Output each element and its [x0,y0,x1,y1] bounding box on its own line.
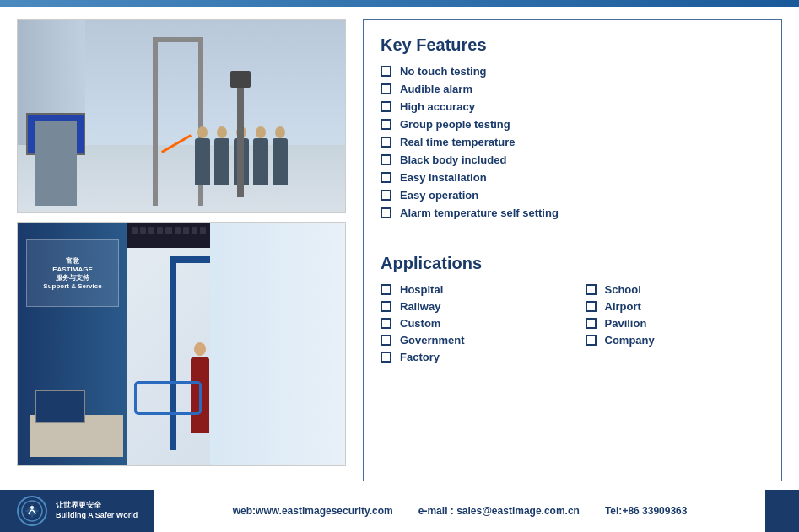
app-item-8: Factory [381,351,560,363]
app-checkbox-icon-8 [381,352,391,363]
main-content: 富意EASTIMAGE服务与支持Support & Service Key Fe… [0,7,799,490]
app-checkbox-icon-1 [586,284,597,295]
footer-contact: web:www.eastimagesecurity.com e-mail : s… [154,490,765,532]
app-label-7: Company [605,334,655,347]
photo-top [17,19,346,213]
app-item-3: Airport [586,300,765,313]
app-item-6: Government [381,334,560,347]
app-item-5: Pavilion [586,317,765,330]
logo-text-white: 富意EASTIMAGE服务与支持Support & Service [43,256,101,290]
left-panel: 富意EASTIMAGE服务与支持Support & Service [17,19,346,481]
footer-logo-text: 让世界更安全 Building A Safer World [56,501,138,520]
feature-label-5: Black body included [400,153,506,166]
feature-label-6: Easy installation [400,171,487,184]
app-checkbox-icon-4 [381,318,391,329]
feature-label-2: High accuracy [400,100,475,113]
app-item-0: Hospital [381,283,560,296]
app-label-6: Government [400,334,465,347]
checkbox-icon-4 [381,137,391,148]
app-checkbox-icon-6 [381,335,391,346]
app-label-4: Custom [400,317,440,330]
applications-title: Applications [381,254,764,273]
feature-label-3: Group people testing [400,118,510,131]
scene-top-image [18,20,345,212]
feature-item-2: High accuracy [381,100,764,113]
app-item-1: School [586,283,765,296]
app-label-8: Factory [400,351,440,363]
person-5 [273,138,288,185]
footer-logo-circle [17,496,47,526]
footer-web: web:www.eastimagesecurity.com [233,505,393,517]
checkbox-icon-7 [381,190,391,201]
photo-bottom: 富意EASTIMAGE服务与支持Support & Service [17,222,346,466]
feature-label-8: Alarm temperature self setting [400,207,559,219]
app-checkbox-icon-0 [381,284,391,295]
feature-item-4: Real time temperature [381,136,764,148]
logo-area: 富意EASTIMAGE服务与支持Support & Service [26,239,119,307]
app-item-2: Railway [381,300,560,313]
person-1 [195,138,210,185]
divider [381,241,764,254]
feature-item-6: Easy installation [381,171,764,184]
blue-railing [134,381,202,415]
scene-bottom-image: 富意EASTIMAGE服务与支持Support & Service [18,223,345,465]
checkbox-icon-5 [381,154,391,165]
app-checkbox-icon-5 [586,318,597,329]
footer-tel: Tel:+86 33909363 [605,505,688,517]
feature-item-1: Audible alarm [381,83,764,95]
checkbox-icon-0 [381,66,391,77]
feature-item-0: No touch testing [381,65,764,78]
svg-point-2 [30,506,34,509]
app-checkbox-icon-3 [586,301,597,312]
feature-item-5: Black body included [381,153,764,166]
app-label-0: Hospital [400,283,443,296]
footer-logo: 让世界更安全 Building A Safer World [17,496,138,526]
feature-label-1: Audible alarm [400,83,472,95]
checkbox-icon-1 [381,83,391,94]
person-4 [253,138,268,185]
feature-item-7: Easy operation [381,189,764,202]
applications-grid: HospitalSchoolRailwayAirportCustomPavili… [381,283,764,363]
tripod [237,88,244,197]
person-2 [214,138,229,185]
top-bar [0,0,799,7]
checkbox-icon-3 [381,119,391,130]
ceiling-lights [127,223,210,248]
feature-item-8: Alarm temperature self setting [381,207,764,219]
app-label-2: Railway [400,300,440,313]
checkbox-icon-8 [381,207,391,218]
app-item-4: Custom [381,317,560,330]
feature-label-4: Real time temperature [400,136,516,148]
key-features-title: Key Features [381,35,764,55]
right-panel: Key Features No touch testingAudible ala… [363,19,782,481]
footer-email: e-mail : sales@eastimage.com.cn [418,505,580,517]
camera-box [230,71,251,88]
feature-item-3: Group people testing [381,118,764,131]
footer: 让世界更安全 Building A Safer World web:www.ea… [0,490,799,532]
feature-list: No touch testingAudible alarmHigh accura… [381,65,764,224]
app-checkbox-icon-2 [381,301,391,312]
app-label-1: School [605,283,641,296]
computer-monitor2 [35,390,85,423]
app-item-7: Company [586,334,765,347]
app-label-3: Airport [605,300,641,313]
logo-svg [20,499,44,523]
app-checkbox-icon-7 [586,335,597,346]
checkbox-icon-6 [381,172,391,183]
right-wall [210,223,345,465]
feature-label-7: Easy operation [400,189,478,202]
feature-label-0: No touch testing [400,65,487,78]
checkbox-icon-2 [381,101,391,112]
monitor-stand [35,121,77,206]
app-label-5: Pavilion [605,317,647,330]
